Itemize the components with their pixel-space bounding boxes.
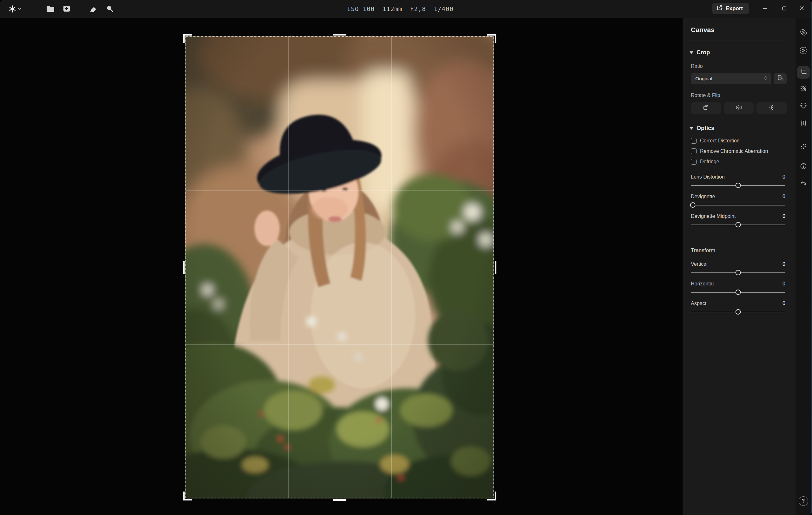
flip-vertical-icon	[769, 104, 775, 113]
optics-section-label: Optics	[697, 125, 714, 131]
checkbox-label: Remove Chromatic Aberration	[700, 148, 768, 154]
flip-horizontal-icon	[735, 104, 743, 112]
close-icon	[799, 6, 804, 12]
lens-distortion-label: Lens Distortion	[691, 174, 725, 180]
horizontal-slider[interactable]	[691, 289, 785, 296]
adjustments-button[interactable]	[797, 83, 810, 95]
vertical-value: 0	[783, 261, 785, 267]
checkbox-icon	[691, 138, 697, 144]
devignette-midpoint-value: 0	[783, 213, 785, 219]
eraser-icon	[89, 5, 97, 13]
exif-readout: ISO 100 112mm F2,8 1/400	[347, 5, 454, 12]
export-label: Export	[726, 5, 743, 12]
vertical-slider[interactable]	[691, 270, 785, 276]
open-folder-button[interactable]	[43, 3, 57, 15]
transform-mesh-icon	[800, 119, 807, 128]
minimize-icon	[762, 6, 767, 12]
masks-button[interactable]	[797, 45, 810, 57]
remove-chromatic-aberration-checkbox[interactable]: Remove Chromatic Aberration	[691, 148, 787, 154]
crop-handle-top[interactable]	[333, 34, 346, 35]
collapse-triangle-icon	[690, 51, 693, 54]
collapse-triangle-icon	[690, 127, 693, 130]
lens-distortion-value: 0	[783, 174, 785, 180]
vertical-label: Vertical	[691, 261, 707, 267]
optics-section-header[interactable]: Optics	[690, 125, 787, 131]
devignette-value: 0	[783, 194, 785, 200]
titlebar: ISO 100 112mm F2,8 1/400 Export	[0, 0, 812, 18]
defringe-checkbox[interactable]: Defringe	[691, 159, 787, 164]
aspect-label: Aspect	[691, 301, 706, 306]
window-maximize-button[interactable]	[776, 0, 792, 18]
eraser-tool-button[interactable]	[86, 3, 100, 15]
chevron-down-icon	[18, 8, 22, 10]
window-close-button[interactable]	[793, 0, 810, 18]
ratio-dropdown[interactable]: Original	[691, 73, 772, 84]
rotate-90-button[interactable]	[691, 102, 721, 114]
info-button[interactable]	[797, 160, 810, 173]
folder-icon	[46, 5, 54, 12]
mask-frame-icon	[800, 47, 807, 56]
slider-thumb[interactable]	[735, 222, 741, 228]
slider-thumb[interactable]	[735, 183, 741, 188]
crop-handle-right[interactable]	[495, 261, 496, 274]
crop-icon	[800, 68, 807, 77]
presets-button[interactable]	[797, 27, 810, 39]
checkbox-label: Correct Distortion	[700, 138, 740, 144]
crop-handle-bottom-right[interactable]	[487, 491, 495, 500]
orientation-toggle-button[interactable]	[774, 73, 787, 84]
unfold-chevrons-icon	[763, 75, 767, 82]
slider-thumb[interactable]	[735, 270, 741, 275]
flip-horizontal-button[interactable]	[724, 102, 754, 114]
import-button[interactable]	[60, 3, 74, 15]
export-button[interactable]: Export	[712, 3, 749, 14]
crop-handle-bottom-left[interactable]	[184, 491, 192, 500]
aspect-slider[interactable]	[691, 309, 785, 315]
thirds-grid	[185, 36, 494, 498]
window-minimize-button[interactable]	[757, 0, 773, 18]
zoom-tool-button[interactable]	[103, 3, 117, 15]
lens-distortion-slider[interactable]	[691, 182, 785, 189]
devignette-slider[interactable]	[691, 202, 785, 208]
slider-track	[691, 205, 785, 206]
crop-handle-top-right[interactable]	[487, 35, 495, 43]
slider-thumb[interactable]	[735, 290, 741, 295]
flip-vertical-button[interactable]	[756, 102, 787, 114]
crop-handle-left[interactable]	[183, 261, 184, 274]
tool-rail: ?	[795, 18, 811, 515]
export-icon	[717, 5, 723, 12]
correct-distortion-checkbox[interactable]: Correct Distortion	[691, 138, 787, 144]
editor-canvas	[0, 18, 683, 515]
slider-thumb[interactable]	[735, 309, 741, 314]
app-logo-button[interactable]	[6, 3, 24, 15]
rail-divider	[798, 157, 809, 157]
undo-history-button[interactable]	[797, 178, 810, 190]
ratio-label: Ratio	[691, 63, 787, 69]
portrait-face-icon	[800, 102, 807, 111]
crop-handle-bottom[interactable]	[333, 499, 346, 501]
maximize-icon	[782, 6, 787, 12]
help-button[interactable]: ?	[799, 496, 808, 506]
photo-crop-region[interactable]	[185, 36, 494, 498]
crop-section-header[interactable]: Crop	[690, 49, 787, 56]
transform-mesh-button[interactable]	[797, 117, 810, 130]
horizontal-label: Horizontal	[691, 281, 714, 287]
rail-divider	[798, 63, 809, 63]
canvas-panel: Canvas Crop Ratio Original Rotate & Flip	[683, 18, 795, 515]
app-logo-star-icon	[8, 4, 17, 13]
crop-overlay[interactable]	[185, 36, 494, 498]
divider	[688, 239, 788, 239]
crop-tool-button[interactable]	[797, 66, 810, 79]
devignette-midpoint-label: Devignette Midpoint	[691, 213, 735, 219]
crop-section-label: Crop	[697, 49, 710, 56]
app-window: ISO 100 112mm F2,8 1/400 Export	[0, 0, 812, 515]
ai-enhance-button[interactable]	[797, 141, 810, 154]
devignette-midpoint-slider[interactable]	[691, 222, 785, 228]
divider	[688, 40, 788, 41]
help-label: ?	[802, 498, 805, 504]
undo-arrow-icon	[800, 180, 807, 189]
aspect-value: 0	[783, 301, 785, 306]
portrait-ai-button[interactable]	[797, 100, 810, 113]
slider-thumb[interactable]	[690, 202, 695, 208]
crop-handle-top-left[interactable]	[184, 35, 192, 43]
transform-section-label: Transform	[691, 247, 787, 254]
